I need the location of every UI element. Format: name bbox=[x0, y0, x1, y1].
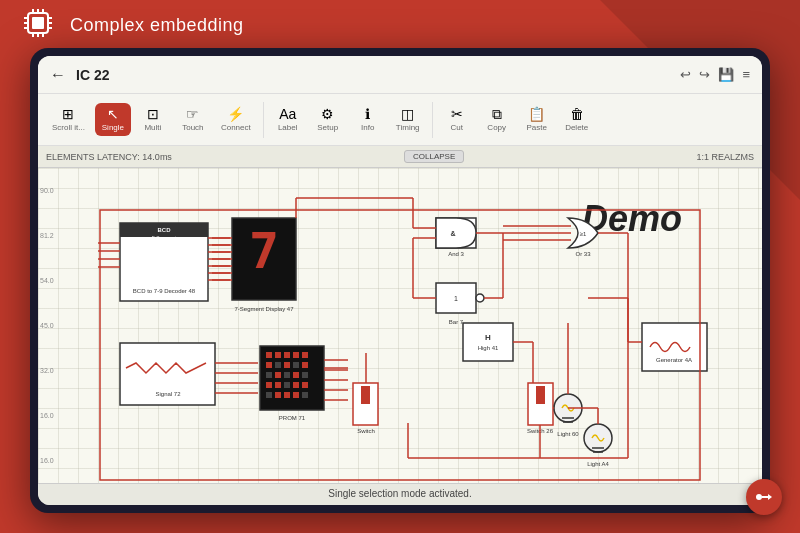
seven-seg-component[interactable]: 7 7-Segment Display 47 bbox=[212, 218, 296, 312]
tool-timing[interactable]: ◫ Timing bbox=[390, 103, 426, 136]
tool-cut-label: Cut bbox=[450, 123, 462, 132]
svg-rect-58 bbox=[266, 372, 272, 378]
svg-text:Signal 72: Signal 72 bbox=[155, 391, 181, 397]
svg-rect-50 bbox=[284, 352, 290, 358]
tool-setup[interactable]: ⚙ Setup bbox=[310, 103, 346, 136]
bcd-component[interactable]: BCD F-Segment Demo BCD to 7 bbox=[98, 223, 230, 301]
svg-text:PROM 71: PROM 71 bbox=[279, 415, 306, 421]
tool-multi[interactable]: ⊡ Multi bbox=[135, 103, 171, 136]
tool-scroll[interactable]: ⊞ Scroll it... bbox=[46, 103, 91, 136]
svg-text:≥1: ≥1 bbox=[580, 231, 587, 237]
timing-icon: ◫ bbox=[401, 107, 414, 121]
svg-rect-115 bbox=[536, 386, 545, 404]
circuit-diagram: BCD F-Segment Demo BCD to 7 bbox=[38, 168, 762, 483]
app-icon bbox=[20, 5, 56, 45]
svg-rect-56 bbox=[293, 362, 299, 368]
redo-button[interactable]: ↪ bbox=[699, 67, 710, 82]
delete-icon: 🗑 bbox=[570, 107, 584, 121]
light60-component[interactable]: Light 60 bbox=[553, 323, 582, 437]
nav-bar: ← IC 22 ↩ ↪ 💾 ≡ bbox=[38, 56, 762, 94]
svg-rect-130 bbox=[642, 323, 707, 371]
svg-rect-48 bbox=[266, 352, 272, 358]
svg-rect-67 bbox=[302, 382, 308, 388]
svg-rect-66 bbox=[293, 382, 299, 388]
undo-button[interactable]: ↩ bbox=[680, 67, 691, 82]
tool-setup-label: Setup bbox=[317, 123, 338, 132]
toolbar: ⊞ Scroll it... ↖ Single ⊡ Multi ☞ Touch … bbox=[38, 94, 762, 146]
nav-actions: ↩ ↪ 💾 ≡ bbox=[680, 67, 750, 82]
tool-info-label: Info bbox=[361, 123, 374, 132]
tool-paste-label: Paste bbox=[526, 123, 546, 132]
fab-connect-button[interactable] bbox=[746, 479, 782, 515]
svg-rect-69 bbox=[275, 392, 281, 398]
label-icon: Aa bbox=[279, 107, 296, 121]
tool-delete[interactable]: 🗑 Delete bbox=[559, 103, 595, 136]
svg-text:&: & bbox=[450, 230, 455, 237]
svg-rect-51 bbox=[293, 352, 299, 358]
tool-paste[interactable]: 📋 Paste bbox=[519, 103, 555, 136]
tool-touch[interactable]: ☞ Touch bbox=[175, 103, 211, 136]
tool-label[interactable]: Aa Label bbox=[270, 103, 306, 136]
svg-point-153 bbox=[756, 494, 762, 500]
cut-icon: ✂ bbox=[451, 107, 463, 121]
tool-single[interactable]: ↖ Single bbox=[95, 103, 131, 136]
app-header: Complex embedding bbox=[0, 0, 800, 50]
svg-rect-49 bbox=[275, 352, 281, 358]
and3-component[interactable]: & And 3 bbox=[296, 198, 503, 257]
connect-icon: ⚡ bbox=[227, 107, 244, 121]
scroll-icon: ⊞ bbox=[62, 107, 74, 121]
canvas-area[interactable]: 90.0 81.2 54.0 45.0 32.0 16.0 16.0 Demo … bbox=[38, 168, 762, 483]
svg-rect-64 bbox=[275, 382, 281, 388]
save-button[interactable]: 💾 bbox=[718, 67, 734, 82]
svg-rect-53 bbox=[266, 362, 272, 368]
gen4a-component[interactable]: Generator 4A bbox=[588, 298, 707, 371]
collapse-button[interactable]: COLLAPSE bbox=[404, 150, 464, 163]
prom-component[interactable]: PROM 71 bbox=[260, 346, 348, 421]
svg-rect-55 bbox=[284, 362, 290, 368]
svg-rect-59 bbox=[275, 372, 281, 378]
svg-text:Generator 4A: Generator 4A bbox=[656, 357, 692, 363]
tool-connect[interactable]: ⚡ Connect bbox=[215, 103, 257, 136]
signal-component[interactable]: Signal 72 bbox=[120, 343, 258, 405]
svg-text:7: 7 bbox=[249, 222, 279, 280]
switch26-component[interactable]: Switch 26 bbox=[527, 383, 554, 458]
svg-rect-52 bbox=[302, 352, 308, 358]
tool-label-label: Label bbox=[278, 123, 298, 132]
svg-rect-62 bbox=[302, 372, 308, 378]
status-message: Single selection mode activated. bbox=[328, 488, 471, 499]
or33-component[interactable]: ≥1 Or 33 bbox=[408, 218, 628, 458]
svg-rect-72 bbox=[302, 392, 308, 398]
sub-toolbar: ELEMENTS LATENCY: 14.0ms COLLAPSE 1:1 RE… bbox=[38, 146, 762, 168]
svg-text:Demo: Demo bbox=[157, 243, 171, 249]
copy-icon: ⧉ bbox=[492, 107, 502, 121]
back-button[interactable]: ← bbox=[50, 66, 66, 84]
setup-icon: ⚙ bbox=[321, 107, 334, 121]
svg-rect-1 bbox=[32, 17, 44, 29]
svg-rect-63 bbox=[266, 382, 272, 388]
switch-left-component[interactable]: Switch bbox=[324, 353, 378, 434]
tool-copy[interactable]: ⧉ Copy bbox=[479, 103, 515, 136]
svg-rect-61 bbox=[293, 372, 299, 378]
svg-marker-155 bbox=[768, 494, 772, 500]
tool-cut[interactable]: ✂ Cut bbox=[439, 103, 475, 136]
svg-text:Bar 7: Bar 7 bbox=[449, 319, 464, 325]
tool-info[interactable]: ℹ Info bbox=[350, 103, 386, 136]
toolbar-divider-1 bbox=[263, 102, 264, 138]
info-icon: ℹ bbox=[365, 107, 370, 121]
single-icon: ↖ bbox=[107, 107, 119, 121]
svg-text:7-Segment Display 47: 7-Segment Display 47 bbox=[234, 306, 294, 312]
tool-touch-label: Touch bbox=[182, 123, 203, 132]
touch-icon: ☞ bbox=[186, 107, 199, 121]
svg-rect-70 bbox=[284, 392, 290, 398]
svg-text:Or 33: Or 33 bbox=[575, 251, 591, 257]
page-title: IC 22 bbox=[76, 67, 670, 83]
tool-copy-label: Copy bbox=[487, 123, 506, 132]
menu-button[interactable]: ≡ bbox=[742, 67, 750, 82]
tool-timing-label: Timing bbox=[396, 123, 420, 132]
svg-text:Switch: Switch bbox=[357, 428, 375, 434]
tool-delete-label: Delete bbox=[565, 123, 588, 132]
high41-component[interactable]: H High 41 bbox=[463, 323, 533, 383]
svg-rect-60 bbox=[284, 372, 290, 378]
multi-icon: ⊡ bbox=[147, 107, 159, 121]
svg-rect-71 bbox=[293, 392, 299, 398]
